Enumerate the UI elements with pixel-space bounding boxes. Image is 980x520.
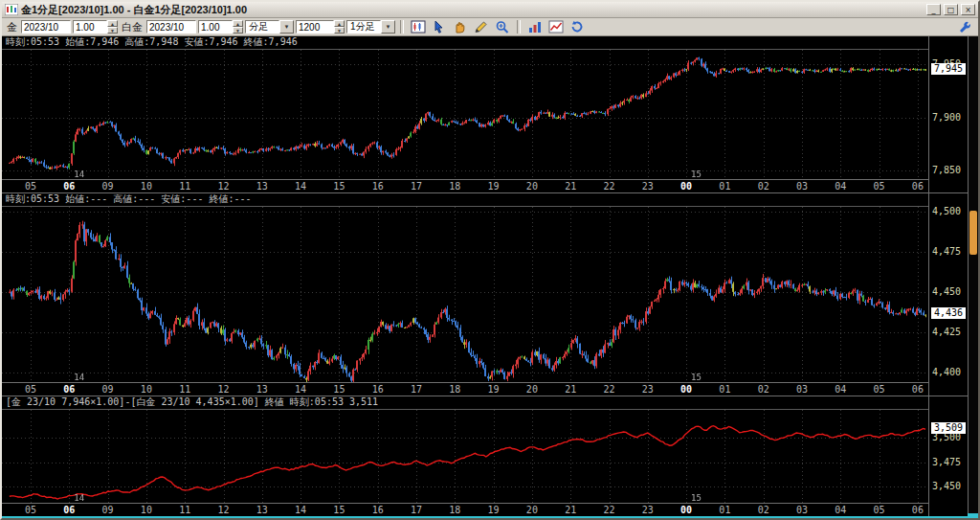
chart-panels: 時刻:05:53 始値:7,946 高値:7,948 安値:7,946 終値:7…: [2, 36, 968, 513]
bar-chart-button[interactable]: [525, 19, 545, 34]
pencil-button[interactable]: [472, 19, 491, 34]
time-axis-label: 06: [60, 505, 78, 515]
platinum-multiplier-up-button[interactable]: ▲: [233, 20, 243, 27]
price-axis-label: 4,475: [932, 246, 961, 257]
time-axis-label: 13: [254, 505, 271, 515]
time-axis-label: 02: [755, 384, 772, 395]
toolbar: 金 ▲ ▼ 白金 ▲ ▼ 分足 ▼ ▲ ▼: [2, 18, 978, 36]
titlebar: 金1分足[2023/10]1.00 - 白金1分足[2023/10]1.00 _…: [2, 2, 978, 18]
hand-button[interactable]: [451, 19, 470, 34]
time-axis-label: 15: [330, 384, 347, 395]
price-axis-label: 3,450: [932, 481, 961, 491]
price-axis-label: 4,400: [932, 367, 961, 377]
cursor-icon: [432, 20, 447, 34]
line-chart-button[interactable]: [546, 19, 566, 34]
time-axis-label: 13: [254, 384, 271, 395]
toolbar-separator: [517, 20, 521, 34]
time-axis-label: 06: [909, 181, 926, 192]
time-axis-label: 06: [909, 505, 926, 515]
platinum-last-price-badge: 4,436: [931, 307, 966, 319]
time-axis-label: 06: [60, 384, 78, 395]
time-axis-label: 20: [523, 181, 541, 192]
chart-type-value: 分足: [245, 20, 279, 34]
vertical-scrollbar[interactable]: [968, 36, 978, 513]
time-axis-label: 09: [100, 384, 117, 395]
candle-chart-button[interactable]: [409, 19, 428, 34]
bar-count-input[interactable]: [296, 20, 334, 34]
time-axis-label: 03: [793, 505, 811, 515]
time-axis-label: 15: [330, 181, 347, 192]
gold-quote-info: 時刻:05:53 始値:7,946 高値:7,948 安値:7,946 終値:7…: [2, 36, 928, 50]
gold-last-price-badge: 7,945: [931, 63, 966, 75]
scrollbar-thumb[interactable]: [969, 211, 977, 255]
time-axis-label: 22: [601, 505, 618, 515]
time-axis-label: 05: [871, 181, 888, 192]
price-axis-label: 7,900: [932, 112, 961, 123]
time-axis-label: 05: [22, 181, 39, 192]
bar-count-up-button[interactable]: ▲: [334, 20, 345, 27]
time-axis-label: 10: [138, 505, 155, 515]
gold-candlestick-chart[interactable]: [2, 50, 928, 179]
price-axis-label: 4,450: [932, 286, 961, 297]
chevron-down-icon[interactable]: ▼: [279, 20, 294, 34]
platinum-contract-input[interactable]: [146, 20, 196, 34]
spread-line-chart[interactable]: [2, 410, 928, 503]
bar-count-down-button[interactable]: ▼: [334, 27, 345, 34]
timeframe-select[interactable]: 1分足 ▼: [346, 20, 395, 34]
close-button[interactable]: ×: [961, 4, 975, 15]
platinum-multiplier-input[interactable]: [198, 20, 233, 34]
app-icon: [5, 4, 18, 15]
window-title: 金1分足[2023/10]1.00 - 白金1分足[2023/10]1.00: [21, 3, 924, 16]
time-axis-label: 02: [755, 181, 772, 192]
time-axis-label: 22: [601, 384, 618, 395]
time-axis-label: 19: [485, 505, 502, 515]
time-axis-label: 20: [523, 505, 541, 515]
chart-type-select[interactable]: 分足 ▼: [245, 20, 294, 34]
platinum-time-axis: 0506091011121314151617181920212223000102…: [2, 382, 928, 396]
price-axis-label: 4,425: [932, 327, 961, 337]
gold-contract-input[interactable]: [21, 20, 71, 34]
time-axis-label: 06: [60, 181, 78, 192]
time-axis-label: 16: [369, 505, 387, 515]
time-axis-label: 21: [562, 384, 579, 395]
gold-multiplier-up-button[interactable]: ▲: [107, 20, 118, 27]
wrench-icon: [958, 20, 973, 34]
gold-price-axis: 7,945 7,9507,9007,850: [928, 36, 968, 192]
time-axis-label: 03: [793, 181, 811, 192]
minimize-button[interactable]: _: [926, 4, 941, 15]
gold-multiplier-down-button[interactable]: ▼: [107, 27, 118, 34]
spread-quote-info: [金 23/10 7,946×1.00]-[白金 23/10 4,435×1.0…: [2, 396, 928, 410]
zoom-button[interactable]: [493, 19, 512, 34]
settings-wrench-button[interactable]: [956, 19, 975, 34]
time-axis-label: 20: [523, 384, 541, 395]
platinum-multiplier-down-button[interactable]: ▼: [233, 27, 243, 34]
gold-multiplier-input[interactable]: [73, 20, 107, 34]
platinum-price-axis: 4,436 4,5004,4754,4504,4254,400: [928, 193, 968, 396]
time-axis-label: 23: [639, 181, 657, 192]
platinum-candlestick-chart[interactable]: [2, 207, 928, 382]
chevron-down-icon[interactable]: ▼: [381, 20, 395, 34]
platinum-multiplier-stepper: ▲ ▼: [198, 20, 243, 34]
app-window: 金1分足[2023/10]1.00 - 白金1分足[2023/10]1.00 _…: [0, 0, 980, 520]
time-axis-label: 23: [639, 505, 657, 515]
maximize-button[interactable]: □: [944, 4, 958, 15]
time-axis-label: 23: [639, 384, 657, 395]
time-axis-label: 11: [176, 384, 193, 395]
time-axis-label: 14: [292, 384, 309, 395]
platinum-label: 白金: [122, 20, 143, 34]
time-axis-label: 05: [22, 384, 39, 395]
time-axis-label: 22: [601, 181, 618, 192]
time-axis-label: 03: [793, 384, 811, 395]
time-axis-label: 04: [832, 384, 849, 395]
time-axis-label: 17: [408, 384, 425, 395]
spread-chart-panel: [金 23/10 7,946×1.00]-[白金 23/10 4,435×1.0…: [2, 396, 968, 517]
timeframe-value: 1分足: [346, 20, 381, 34]
time-axis-label: 01: [716, 505, 733, 515]
chart-area: 時刻:05:53 始値:7,946 高値:7,948 安値:7,946 終値:7…: [2, 36, 978, 513]
zoom-icon: [495, 20, 510, 34]
time-axis-label: 05: [22, 505, 39, 515]
platinum-chart-panel: 時刻:05:53 始値:--- 高値:--- 安値:--- 終値:--- 050…: [2, 193, 968, 396]
candle-chart-icon: [411, 20, 426, 34]
refresh-button[interactable]: [568, 19, 587, 34]
cursor-button[interactable]: [430, 19, 449, 34]
